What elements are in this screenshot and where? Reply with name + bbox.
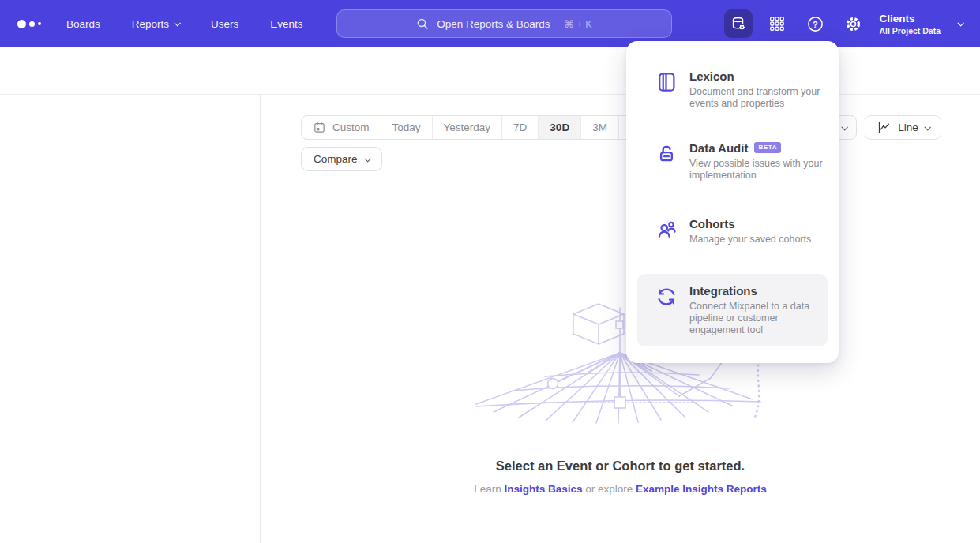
- apps-grid-icon: [768, 15, 786, 32]
- integrations-desc: Connect Mixpanel to a data pipeline or c…: [689, 301, 835, 336]
- range-yesterday[interactable]: Yesterday: [432, 116, 502, 139]
- nav-events[interactable]: Events: [270, 18, 302, 30]
- menu-item-integrations[interactable]: Integrations Connect Mixpanel to a data …: [637, 274, 828, 346]
- chevron-down-icon: [841, 124, 847, 130]
- cohorts-people-icon: [653, 218, 680, 245]
- search-icon: [416, 17, 429, 30]
- database-gear-icon: [730, 15, 747, 32]
- chevron-down-icon: [924, 124, 930, 130]
- menu-item-data-audit[interactable]: Data AuditBETA View possible issues with…: [626, 141, 839, 182]
- mixpanel-insights-page: Boards Reports Users Events Open Reports…: [0, 0, 980, 543]
- search-shortcut: ⌘ + K: [565, 18, 592, 30]
- menu-item-text: Integrations Connect Mixpanel to a data …: [689, 284, 835, 336]
- workspace-switcher[interactable]: Clients All Project Data: [879, 13, 941, 36]
- data-audit-title: Data Audit: [689, 141, 748, 155]
- insights-basics-link[interactable]: Insights Basics: [504, 483, 582, 495]
- data-audit-desc: View possible issues with your implement…: [689, 158, 835, 182]
- data-management-menu: Lexicon Document and transform your even…: [626, 41, 839, 363]
- beta-badge: BETA: [754, 142, 781, 153]
- range-today-label: Today: [392, 122, 421, 133]
- chevron-down-icon: [957, 20, 963, 26]
- chevron-down-icon: [364, 155, 370, 162]
- data-management-button[interactable]: [724, 9, 753, 38]
- empty-state-subtitle: Learn Insights Basics or explore Example…: [261, 483, 980, 495]
- line-chart-icon: [877, 120, 892, 135]
- range-30d[interactable]: 30D: [538, 116, 580, 139]
- or-explore-text: or explore: [582, 483, 636, 495]
- chevron-down-icon: [175, 20, 181, 26]
- nav-boards-label: Boards: [66, 18, 100, 30]
- help-button[interactable]: ?: [802, 10, 828, 37]
- primary-nav: Boards Reports Users Events: [66, 18, 303, 30]
- range-3m[interactable]: 3M: [580, 116, 618, 139]
- nav-right-controls: ? Clients All Project Data: [724, 0, 980, 47]
- nav-users[interactable]: Users: [211, 18, 238, 30]
- compare-button[interactable]: Compare: [301, 147, 382, 171]
- range-7d[interactable]: 7D: [501, 116, 538, 139]
- nav-boards[interactable]: Boards: [66, 18, 100, 30]
- data-audit-lock-icon: [653, 142, 680, 182]
- range-yesterday-label: Yesterday: [444, 122, 491, 133]
- lexicon-book-icon: [653, 70, 680, 110]
- top-navigation-bar: Boards Reports Users Events Open Reports…: [0, 0, 980, 47]
- integrations-sync-icon: [653, 285, 680, 336]
- menu-item-lexicon[interactable]: Lexicon Document and transform your even…: [626, 69, 839, 110]
- nav-events-label: Events: [270, 18, 302, 30]
- lexicon-desc: Document and transform your events and p…: [689, 86, 835, 110]
- menu-item-text: Data AuditBETA View possible issues with…: [689, 141, 835, 182]
- query-builder-sidebar: [0, 95, 261, 543]
- lexicon-title: Lexicon: [689, 69, 734, 83]
- range-7d-label: 7D: [513, 122, 527, 133]
- integrations-title: Integrations: [689, 284, 757, 298]
- nav-reports[interactable]: Reports: [132, 18, 179, 30]
- range-3m-label: 3M: [592, 122, 607, 133]
- workspace-name: Clients: [879, 13, 941, 24]
- help-icon: ?: [806, 15, 824, 33]
- workspace-project: All Project Data: [879, 26, 941, 36]
- menu-item-text: Lexicon Document and transform your even…: [689, 69, 835, 110]
- menu-item-text: Cohorts Manage your saved cohorts: [689, 217, 835, 245]
- range-today[interactable]: Today: [381, 116, 432, 139]
- apps-grid-button[interactable]: [764, 10, 790, 37]
- nav-users-label: Users: [211, 18, 238, 30]
- chart-type-label: Line: [898, 122, 918, 133]
- calendar-icon: [313, 121, 326, 134]
- date-range-selector: Custom Today Yesterday 7D 30D 3M 6M: [301, 115, 657, 140]
- chart-type-dropdown[interactable]: Line: [865, 115, 941, 140]
- cohorts-title: Cohorts: [689, 217, 735, 230]
- svg-text:?: ?: [813, 19, 818, 28]
- range-30d-label: 30D: [550, 122, 569, 133]
- nav-reports-label: Reports: [132, 18, 169, 30]
- mixpanel-logo-icon[interactable]: [17, 20, 52, 28]
- learn-prefix-text: Learn: [474, 483, 504, 495]
- compare-label: Compare: [314, 153, 358, 165]
- search-placeholder: Open Reports & Boards: [437, 18, 550, 30]
- gear-icon: [844, 15, 862, 33]
- example-insights-reports-link[interactable]: Example Insights Reports: [636, 483, 767, 495]
- empty-state-title: Select an Event or Cohort to get started…: [261, 459, 980, 474]
- range-custom[interactable]: Custom: [302, 116, 381, 139]
- cohorts-desc: Manage your saved cohorts: [689, 234, 835, 245]
- range-custom-label: Custom: [332, 122, 370, 133]
- search-input[interactable]: Open Reports & Boards ⌘ + K: [336, 9, 672, 38]
- settings-button[interactable]: [839, 10, 866, 37]
- menu-item-cohorts[interactable]: Cohorts Manage your saved cohorts: [626, 217, 839, 245]
